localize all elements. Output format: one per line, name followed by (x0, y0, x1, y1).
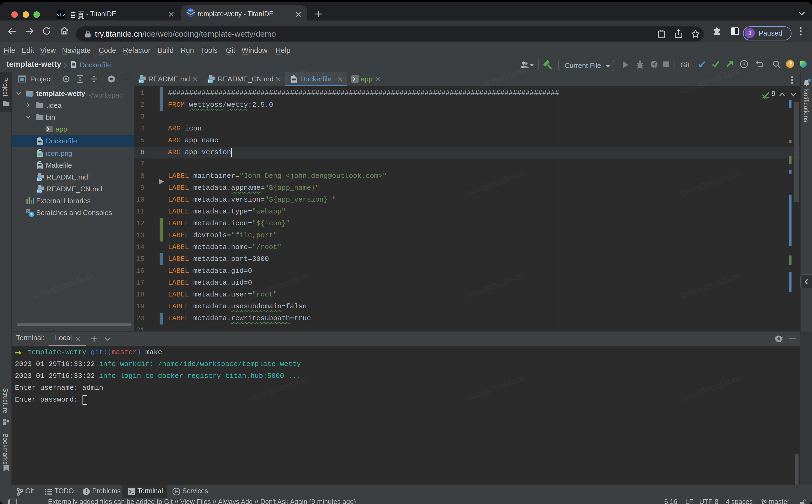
svg-text:</>: </> (188, 10, 193, 12)
svg-text:MD: MD (139, 80, 143, 83)
svg-text:MD: MD (208, 80, 212, 83)
svg-text:<t>: <t> (57, 12, 65, 18)
svg-text:MD: MD (37, 178, 42, 181)
